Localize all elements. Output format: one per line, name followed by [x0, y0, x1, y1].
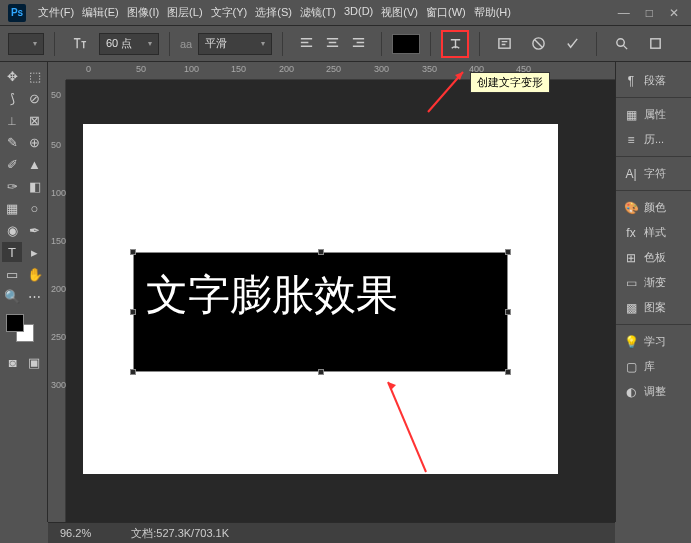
quick-select-tool[interactable]: ⊘ [25, 88, 45, 108]
panel-styles[interactable]: fx样式 [616, 220, 691, 245]
color-swatches[interactable] [2, 312, 45, 342]
blur-tool[interactable]: ○ [25, 198, 45, 218]
status-bar: 96.2% 文档:527.3K/703.1K [48, 522, 615, 543]
stamp-tool[interactable]: ▲ [25, 154, 45, 174]
dodge-tool[interactable]: ◉ [2, 220, 22, 240]
doc-info[interactable]: 文档:527.3K/703.1K [131, 526, 229, 541]
menu-filter[interactable]: 滤镜(T) [298, 3, 338, 22]
align-center-button[interactable] [319, 33, 345, 55]
handle-bot-right[interactable] [505, 369, 511, 375]
handle-mid-right[interactable] [505, 309, 511, 315]
vertical-ruler[interactable]: 50 50 100 150 200 250 300 [48, 80, 66, 522]
commit-button[interactable] [558, 30, 586, 58]
handle-top-mid[interactable] [318, 249, 324, 255]
panel-libraries[interactable]: ▢库 [616, 354, 691, 379]
pen-tool[interactable]: ✒ [25, 220, 45, 240]
warp-tooltip: 创建文字变形 [470, 72, 550, 93]
menu-window[interactable]: 窗口(W) [424, 3, 468, 22]
crop-tool[interactable]: ⟂ [2, 110, 22, 130]
right-panel-dock: ¶段落 ▦属性 ≡历... A|字符 🎨颜色 fx样式 ⊞色板 ▭渐变 ▩图案 … [615, 62, 691, 522]
screenmode-button[interactable]: ▣ [24, 352, 44, 372]
text-orientation-button[interactable] [65, 30, 93, 58]
panel-character[interactable]: A|字符 [616, 161, 691, 186]
handle-bot-mid[interactable] [318, 369, 324, 375]
healing-tool[interactable]: ⊕ [25, 132, 45, 152]
ruler-origin[interactable] [48, 62, 66, 80]
cancel-button[interactable] [524, 30, 552, 58]
close-button[interactable]: ✕ [669, 6, 679, 20]
patterns-icon: ▩ [624, 301, 638, 315]
canvas-text-content[interactable]: 文字膨胀效果 [146, 267, 398, 323]
edit-toolbar[interactable]: ⋯ [25, 286, 45, 306]
history-brush-tool[interactable]: ✑ [2, 176, 22, 196]
learn-icon: 💡 [624, 335, 638, 349]
menu-select[interactable]: 选择(S) [253, 3, 294, 22]
handle-bot-left[interactable] [130, 369, 136, 375]
frame-tool[interactable]: ⊠ [25, 110, 45, 130]
align-left-button[interactable] [293, 33, 319, 55]
path-select-tool[interactable]: ▸ [25, 242, 45, 262]
quickmask-button[interactable]: ◙ [3, 352, 23, 372]
zoom-tool[interactable]: 🔍 [2, 286, 22, 306]
svg-rect-0 [499, 39, 510, 48]
character-icon: A| [624, 167, 638, 181]
menu-3d[interactable]: 3D(D) [342, 3, 375, 22]
panel-paragraph[interactable]: ¶段落 [616, 68, 691, 93]
title-bar: Ps 文件(F) 编辑(E) 图像(I) 图层(L) 文字(Y) 选择(S) 滤… [0, 0, 691, 26]
swatches-icon: ⊞ [624, 251, 638, 265]
maximize-button[interactable]: □ [646, 6, 653, 20]
window-controls: — □ ✕ [618, 6, 691, 20]
search-icon[interactable] [607, 30, 635, 58]
panel-color[interactable]: 🎨颜色 [616, 195, 691, 220]
brush-tool[interactable]: ✐ [2, 154, 22, 174]
panel-properties[interactable]: ▦属性 [616, 102, 691, 127]
move-tool[interactable]: ✥ [2, 66, 22, 86]
tool-preset-picker[interactable]: ▾ [8, 33, 44, 55]
properties-icon: ▦ [624, 108, 638, 122]
minimize-button[interactable]: — [618, 6, 630, 20]
shape-tool[interactable]: ▭ [2, 264, 22, 284]
share-icon[interactable] [641, 30, 669, 58]
panel-gradients[interactable]: ▭渐变 [616, 270, 691, 295]
canvas-area[interactable]: 0 50 100 150 200 250 300 350 400 450 50 … [48, 62, 615, 522]
menu-view[interactable]: 视图(V) [379, 3, 420, 22]
handle-mid-left[interactable] [130, 309, 136, 315]
font-size-value: 60 点 [106, 36, 132, 51]
text-selection-box[interactable]: 文字膨胀效果 [133, 252, 508, 372]
handle-top-left[interactable] [130, 249, 136, 255]
align-right-button[interactable] [345, 33, 371, 55]
eyedropper-tool[interactable]: ✎ [2, 132, 22, 152]
libraries-icon: ▢ [624, 360, 638, 374]
menu-help[interactable]: 帮助(H) [472, 3, 513, 22]
hand-tool[interactable]: ✋ [25, 264, 45, 284]
marquee-tool[interactable]: ⬚ [25, 66, 45, 86]
antialias-combo[interactable]: 平滑▾ [198, 33, 272, 55]
eraser-tool[interactable]: ◧ [25, 176, 45, 196]
menu-image[interactable]: 图像(I) [125, 3, 161, 22]
character-panel-button[interactable] [490, 30, 518, 58]
svg-point-2 [617, 39, 625, 47]
lasso-tool[interactable]: ⟆ [2, 88, 22, 108]
panel-patterns[interactable]: ▩图案 [616, 295, 691, 320]
panel-adjustments[interactable]: ◐调整 [616, 379, 691, 404]
menu-bar: 文件(F) 编辑(E) 图像(I) 图层(L) 文字(Y) 选择(S) 滤镜(T… [36, 3, 618, 22]
foreground-color[interactable] [6, 314, 24, 332]
toolbox: ✥ ⬚ ⟆ ⊘ ⟂ ⊠ ✎ ⊕ ✐ ▲ ✑ ◧ ▦ ○ ◉ ✒ T ▸ ▭ ✋ … [0, 62, 48, 522]
panel-history[interactable]: ≡历... [616, 127, 691, 152]
font-size-combo[interactable]: 60 点▾ [99, 33, 159, 55]
panel-swatches[interactable]: ⊞色板 [616, 245, 691, 270]
menu-layer[interactable]: 图层(L) [165, 3, 204, 22]
styles-icon: fx [624, 226, 638, 240]
handle-top-right[interactable] [505, 249, 511, 255]
menu-type[interactable]: 文字(Y) [209, 3, 250, 22]
zoom-level[interactable]: 96.2% [60, 527, 91, 539]
text-color-swatch[interactable] [392, 34, 420, 54]
antialias-value: 平滑 [205, 36, 227, 51]
warp-text-button[interactable] [441, 30, 469, 58]
menu-edit[interactable]: 编辑(E) [80, 3, 121, 22]
menu-file[interactable]: 文件(F) [36, 3, 76, 22]
text-tool[interactable]: T [2, 242, 22, 262]
color-icon: 🎨 [624, 201, 638, 215]
gradient-tool[interactable]: ▦ [2, 198, 22, 218]
panel-learn[interactable]: 💡学习 [616, 329, 691, 354]
